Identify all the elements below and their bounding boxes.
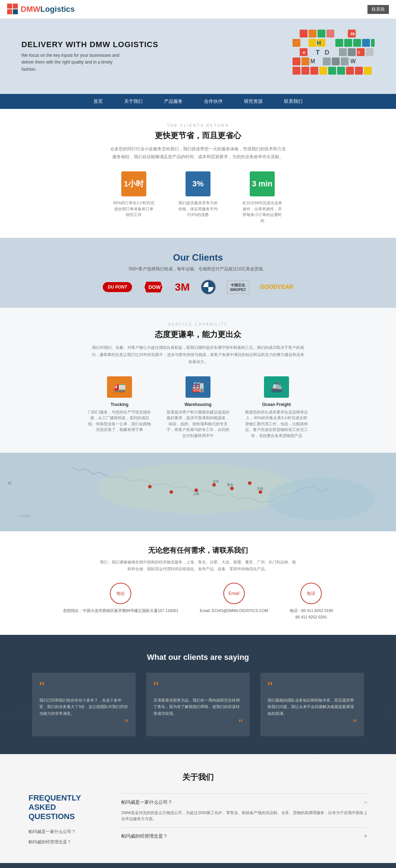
logo: DMWLogistics [7, 4, 75, 15]
map-section: 北京 大连 青岛 上海 北 中国地图 [0, 453, 396, 531]
svg-point-56 [259, 490, 262, 494]
clients-title: Our Clients [21, 252, 375, 263]
svg-rect-18 [371, 39, 375, 47]
client-3m: 3M [175, 281, 190, 293]
nav-contact[interactable]: 联系我们 [273, 94, 313, 109]
service-card-desc-2: 根据您的供礼成本要求合适选择承运人，90%的外集从美6小时完成全部货物汇票代理工… [244, 409, 309, 439]
service-icon-warehousing: 🏭 [186, 376, 210, 398]
quote-open-1: " [153, 680, 243, 694]
3m-logo: 3M [175, 281, 190, 293]
stat-label-1: 我们提供最具竞争力的价格，保证简服务平均约3%的优惠 [177, 200, 219, 218]
svg-text:5: 5 [358, 50, 360, 55]
hero-text: DELIVERY WITH DMW LOGISTICS We focus on … [21, 40, 158, 73]
contact-section: 无论您有任何需求，请联系我们 我们，我们通修修德在我中国南的经济物流服务，上海、… [0, 531, 396, 635]
faq-toggle-0[interactable]: − [364, 799, 367, 806]
testimonials-title: What our clients are saying [21, 653, 375, 662]
nav-about[interactable]: 关于我们 [113, 94, 153, 109]
contact-info-address: 您想找出：中国大连市西岗区新开期99号楼正国际大厦107 116001 [63, 608, 178, 614]
header: DMWLogistics 联系我 [0, 0, 396, 19]
svg-point-55 [248, 481, 252, 485]
svg-rect-38 [319, 67, 327, 75]
main-nav: 首页 关于我们 产品服务 合作伙伴 研究资源 联系我们 [0, 94, 396, 109]
nav-partners[interactable]: 合作伙伴 [193, 94, 233, 109]
service-desc: 我们对我们。自豪、对客户都心大超过倡组自身权益，面我们随时提供专属守候年制基的三… [91, 344, 305, 365]
svg-text:T: T [316, 49, 320, 56]
goodyear-logo: GOODYEAR [260, 284, 293, 290]
svg-rect-15 [344, 39, 352, 47]
testimonial-text-2: 我们最能的团队业务知识和经验丰富，而且愿意帮助我们问题，我让从来不会回避解决难题… [268, 697, 357, 717]
contact-desc: 我们，我们通修修德在我中国南的经济物流服务，上海、青岛、沙星、大连、新疆、重庆、… [100, 559, 296, 572]
service-card-title-2: Ocean Freight [244, 402, 309, 407]
svg-rect-23 [339, 48, 347, 56]
contact-button[interactable]: 联系我 [367, 5, 389, 14]
svg-rect-42 [355, 67, 363, 75]
nav-research[interactable]: 研究资源 [233, 94, 273, 109]
section-label-return: THE CLIENTS RETURN [29, 123, 367, 127]
svg-point-52 [194, 488, 198, 492]
sinopec-logo: 中国石化SINOPEC [227, 281, 249, 294]
logo-icon [7, 4, 19, 15]
stat-label-0: 90%的订单在1小时内完成全部订单准备和订单组托工作 [112, 200, 155, 218]
bmw-logo-svg [200, 279, 216, 295]
faq-right: 帕玛威是一家什么公司？ − DMW是金河流的的是么方物流公司，为超过2000家工… [121, 793, 367, 845]
faq-item-q-0: 帕玛威是一家什么公司？ [121, 799, 172, 806]
svg-rect-11 [309, 39, 316, 47]
stat-box-2: 3 min [250, 171, 275, 196]
contact-circle-address: 地址 [110, 583, 131, 604]
client-return-section: THE CLIENTS RETURN 更快更节省，而且更省心 众多您的同行行业小… [0, 109, 396, 238]
quote-close-1: " [239, 717, 243, 729]
svg-rect-27 [366, 48, 374, 56]
svg-text:北京: 北京 [213, 480, 219, 483]
stat-item-0: 1小时 90%的订单在1小时内完成全部订单准备和订单组托工作 [112, 171, 155, 224]
service-title: 态度更谦卑，能力更出众 [21, 329, 375, 340]
svg-rect-16 [353, 39, 361, 47]
svg-text:北: 北 [7, 481, 11, 485]
faq-question-preview-0: 帕玛威是一家什么公司？ [29, 829, 100, 835]
quote-open-0: " [39, 680, 128, 694]
faq-item-header-0[interactable]: 帕玛威是一家什么公司？ − [121, 799, 367, 806]
client-return-title: 更快更节省，而且更省心 [29, 130, 367, 141]
svg-point-63 [268, 478, 375, 521]
testimonials-section: What our clients are saying " 我们已经和我们组合作… [0, 635, 396, 754]
quote-close-2: " [353, 717, 357, 729]
svg-rect-7 [326, 30, 334, 37]
faq-toggle-1[interactable]: + [364, 833, 367, 840]
svg-rect-33 [341, 57, 349, 65]
faq-item-1: 帕玛威的经营理念是？ + [121, 827, 367, 845]
svg-rect-28 [293, 57, 300, 65]
testimonial-1: " 天津新港关税售为品，我们在一周内就班完全转用了青岛，因为有了解我我们帮助，使… [146, 673, 250, 736]
svg-rect-0 [7, 4, 12, 9]
faq-left: FREQUENTLYASKEDQUESTIONS 帕玛威是一家什么公司？ 帕玛威… [29, 793, 100, 845]
contact-phone: 电话 电话：86 411 8252 0190 86 411 8252 0291 [290, 583, 333, 620]
svg-text:★: ★ [302, 50, 306, 55]
client-return-desc: 众多您的同行行业小诊服务交给我们，我们拼连带您一元的服务体验，凭借我们的技术和力… [109, 145, 287, 161]
testimonials-grid: " 我们已经和我们组合作化十多年了，在这十多年里，我们的业务量大了3倍，这让组团… [21, 673, 375, 736]
stat-item-2: 3 min 在15分钟内完成仓业务操作，出库有效性，开荐每条小订单的运通时间 [241, 171, 284, 224]
svg-rect-37 [310, 67, 318, 75]
svg-text:青岛: 青岛 [227, 483, 233, 487]
svg-rect-24 [348, 48, 356, 56]
testimonial-0: " 我们已经和我们组合作化十多年了，在这十多年里，我们的业务量大了3倍，这让组团… [32, 673, 136, 736]
testimonial-text-1: 天津新港关税售为品，我们在一周内就班完全转用了青岛，因为有了解我我们帮助，使我们… [153, 697, 243, 717]
svg-text:DOW: DOW [148, 284, 161, 290]
about-title: 关于我们 [29, 772, 367, 783]
nav-home[interactable]: 首页 [83, 94, 113, 109]
svg-text:中国地图: 中国地图 [18, 514, 31, 518]
faq-question-preview-1: 帕玛威的经营理念是？ [29, 839, 100, 845]
svg-point-53 [212, 483, 216, 487]
nav-products[interactable]: 产品服务 [153, 94, 193, 109]
clients-desc: 500+客户选择我们组成，每年运输、仓储和交付产品超过10亿美金货值。 [21, 266, 375, 272]
clients-logos: DU PONT DOW 3M 中国石化SINOPEC GOODYE [21, 281, 375, 293]
svg-rect-1 [13, 4, 18, 9]
stat-label-2: 在15分钟内完成仓业务操作，出库有效性，开荐每条小订单的运通时间 [241, 200, 284, 224]
svg-rect-3 [13, 9, 18, 14]
hero-blocks-svg: 49 H ★ T D 5 M [253, 30, 375, 83]
testimonial-2: " 我们最能的团队业务知识和经验丰富，而且愿意帮助我们问题，我让从来不会回避解决… [260, 673, 364, 736]
stat-item-1: 3% 我们提供最具竞争力的价格，保证简服务平均约3%的优惠 [177, 171, 219, 224]
hero-desc: We focus on the key inputs for your busi… [21, 52, 121, 73]
service-label: SERVICE CAPABILITY [21, 322, 375, 326]
faq-item-header-1[interactable]: 帕玛威的经营理念是？ + [121, 833, 367, 840]
svg-rect-17 [362, 39, 370, 47]
faq-item-0: 帕玛威是一家什么公司？ − DMW是金河流的的是么方物流公司，为超过2000家工… [121, 793, 367, 827]
dow-logo-svg: DOW [143, 282, 164, 292]
